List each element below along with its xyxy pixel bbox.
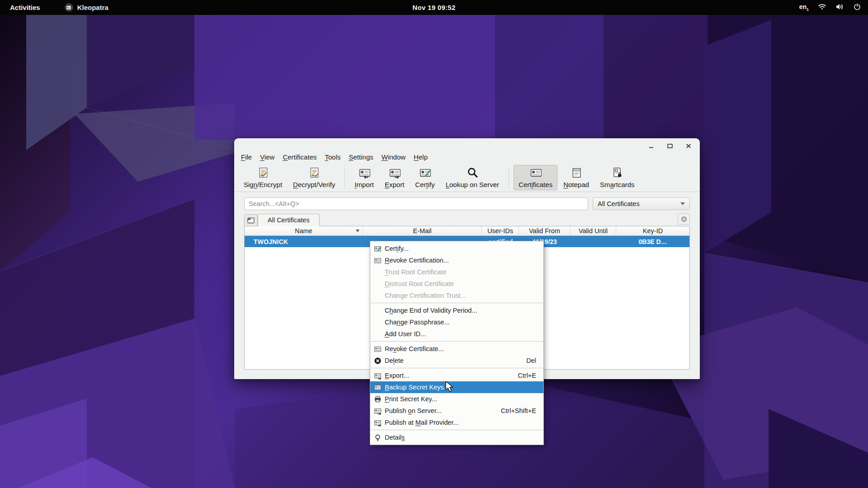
minimize-button[interactable] xyxy=(648,143,655,149)
menu-item-delete[interactable]: DeleteDel xyxy=(370,355,543,366)
column-header-key-id[interactable]: Key-ID xyxy=(616,226,689,235)
search-input[interactable] xyxy=(244,197,588,210)
menu-item-export[interactable]: Export...Ctrl+E xyxy=(370,370,543,381)
table-header: NameE-MailUser-IDsValid FromValid UntilK… xyxy=(245,226,689,236)
menu-item-publish-at-mail-provider[interactable]: Publish at Mail Provider... xyxy=(370,417,543,428)
menu-item-publish-on-server[interactable]: Publish on Server...Ctrl+Shift+E xyxy=(370,405,543,417)
card-export-icon xyxy=(374,407,382,415)
card-icon xyxy=(530,167,542,180)
menu-item-certify[interactable]: Certify... xyxy=(370,243,543,254)
new-tab-button[interactable] xyxy=(244,214,258,226)
menu-item-details[interactable]: Details xyxy=(370,432,543,443)
card-icon xyxy=(374,384,382,391)
top-bar: Activities Kleopatra Nov 19 09:52 en1 xyxy=(0,0,868,15)
details-icon xyxy=(374,434,382,441)
card-export-icon xyxy=(389,167,401,180)
menu-separator xyxy=(371,341,543,342)
tab-all-certificates[interactable]: All Certificates xyxy=(258,214,320,226)
dropdown-selected-label: All Certificates xyxy=(598,200,640,207)
shortcut-label: Ctrl+Shift+E xyxy=(487,407,536,414)
printer-icon xyxy=(374,395,382,403)
cell-key-id: 0B3E D… xyxy=(616,236,689,247)
column-header-user-ids[interactable]: User-IDs xyxy=(482,226,519,235)
toolbar-separator xyxy=(344,168,345,188)
menubar-item-settings[interactable]: Settings xyxy=(345,152,377,162)
wifi-icon[interactable] xyxy=(818,3,826,12)
column-header-e-mail[interactable]: E-Mail xyxy=(363,226,482,235)
shortcut-label: Del xyxy=(513,357,536,364)
app-name: Kleopatra xyxy=(77,4,108,11)
toolbar-button-export[interactable]: Export xyxy=(380,165,409,190)
column-header-valid-from[interactable]: Valid From xyxy=(519,226,571,235)
toolbar-button-notepad[interactable]: Notepad xyxy=(558,165,594,190)
notepad-icon xyxy=(571,167,582,180)
menubar-item-tools[interactable]: Tools xyxy=(321,152,344,162)
toolbar: Sign/EncryptDecrypt/VerifyImportExportCe… xyxy=(234,163,700,192)
menubar-item-file[interactable]: File xyxy=(237,152,256,162)
titlebar xyxy=(234,138,700,151)
volume-icon[interactable] xyxy=(835,3,844,12)
sort-descending-icon xyxy=(356,230,359,232)
card-export-icon xyxy=(374,419,382,427)
card-import-icon xyxy=(359,167,370,180)
menu-separator xyxy=(371,368,543,368)
toolbar-button-decrypt-verify[interactable]: Decrypt/Verify xyxy=(288,165,340,190)
column-header-name[interactable]: Name xyxy=(245,226,363,235)
kleopatra-app-icon xyxy=(65,3,73,12)
smartcard-icon xyxy=(611,167,623,180)
cell-name: TWOJNICK xyxy=(245,236,363,247)
menu-item-trust-root-certificate: Trust Root Certificate xyxy=(370,266,543,278)
menu-item-revoke-certificate[interactable]: Revoke Certificate... xyxy=(370,343,543,355)
clear-filter-button[interactable] xyxy=(678,213,690,225)
menu-item-change-passphrase[interactable]: Change Passphrase... xyxy=(370,316,543,328)
toolbar-button-import[interactable]: Import xyxy=(349,165,379,190)
document-verify-icon xyxy=(308,167,320,180)
tab-bar: All Certificates xyxy=(244,212,690,226)
menu-item-add-user-id[interactable]: Add User ID... xyxy=(370,328,543,340)
menu-item-backup-secret-keys[interactable]: Backup Secret Keys... xyxy=(370,381,543,393)
focused-app-indicator[interactable]: Kleopatra xyxy=(65,3,108,12)
menubar-item-certificates[interactable]: Certificates xyxy=(278,152,321,162)
card-export-icon xyxy=(374,372,382,380)
close-button[interactable] xyxy=(685,143,692,149)
menu-item-change-end-of-validity-period[interactable]: Change End of Validity Period... xyxy=(370,305,543,316)
toolbar-button-sign-encrypt[interactable]: Sign/Encrypt xyxy=(239,165,287,190)
mouse-cursor xyxy=(445,381,457,395)
menu-item-distrust-root-certificate: Distrust Root Certificate xyxy=(370,278,543,290)
toolbar-button-certificates[interactable]: Certificates xyxy=(514,165,557,190)
menu-item-revoke-certification[interactable]: Revoke Certification... xyxy=(370,254,543,266)
maximize-button[interactable] xyxy=(667,143,673,149)
magnifier-icon xyxy=(467,167,478,180)
certificate-filter-dropdown[interactable]: All Certificates xyxy=(593,197,690,210)
clock[interactable]: Nov 19 09:52 xyxy=(412,4,455,11)
card-icon xyxy=(374,345,382,353)
menubar-item-view[interactable]: View xyxy=(256,152,278,162)
toolbar-button-certify[interactable]: Certify xyxy=(410,165,439,190)
menu-separator xyxy=(371,303,543,303)
card-certify-icon xyxy=(374,245,382,253)
document-sign-icon xyxy=(257,167,269,180)
shortcut-label: Ctrl+E xyxy=(504,372,536,379)
power-icon[interactable] xyxy=(854,3,861,12)
delete-icon xyxy=(374,357,382,365)
menu-separator xyxy=(371,430,543,430)
context-menu: Certify...Revoke Certification...Trust R… xyxy=(370,241,544,445)
activities-button[interactable]: Activities xyxy=(7,3,43,12)
keyboard-layout-indicator[interactable]: en1 xyxy=(799,3,809,12)
menubar: FileViewCertificatesToolsSettingsWindowH… xyxy=(234,151,700,163)
toolbar-separator xyxy=(509,168,509,188)
toolbar-button-lookup-on-server[interactable]: Lookup on Server xyxy=(441,165,504,190)
toolbar-button-smartcards[interactable]: Smartcards xyxy=(595,165,640,190)
menubar-item-window[interactable]: Window xyxy=(377,152,410,162)
menubar-item-help[interactable]: Help xyxy=(410,152,432,162)
card-certify-icon xyxy=(419,167,431,180)
menu-item-print-secret-key[interactable]: Print Secret Key... xyxy=(370,393,543,405)
menu-item-change-certification-trust: Change Certification Trust... xyxy=(370,290,543,301)
card-icon xyxy=(374,257,382,264)
chevron-down-icon xyxy=(680,202,685,205)
column-header-valid-until[interactable]: Valid Until xyxy=(571,226,616,235)
cell-valid-until xyxy=(571,236,616,247)
